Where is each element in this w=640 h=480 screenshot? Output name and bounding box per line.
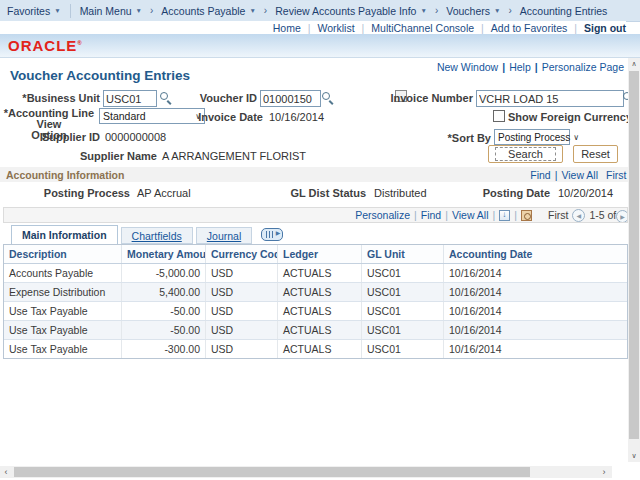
divider: | (493, 209, 496, 221)
scroll-up-icon[interactable]: ∧ (628, 58, 640, 70)
tab-chartfields[interactable]: Chartfields (121, 227, 193, 244)
invoice-date-label: Invoice Date (163, 111, 263, 123)
breadcrumb-separator: › (150, 5, 153, 16)
breadcrumb-favorites[interactable]: Favorites ▼ (0, 5, 68, 17)
table-cell: USC01 (362, 283, 444, 301)
column-header-gl-unit: GL Unit (362, 245, 444, 263)
multichannel-console-link[interactable]: MultiChannel Console (371, 22, 474, 34)
supplier-id-label: Supplier ID (0, 131, 100, 143)
table-row: Expense Distribution 5,400.00 USD ACTUAL… (4, 283, 627, 302)
home-link[interactable]: Home (273, 22, 301, 34)
supplier-name-value: A ARRANGEMENT FLORIST (162, 150, 306, 162)
divider: | (502, 61, 505, 73)
gl-dist-status-value: Distributed (374, 187, 427, 199)
table-cell: USD (206, 283, 278, 301)
vertical-scrollbar[interactable]: ∧ ∨ (628, 58, 640, 462)
chevron-down-icon: ▼ (420, 7, 426, 14)
sort-by-select[interactable]: Posting Process ∨ (494, 129, 570, 145)
business-unit-label: *Business Unit (0, 92, 100, 104)
scroll-left-icon[interactable]: ‹ (0, 466, 12, 478)
breadcrumb-separator: › (508, 5, 511, 16)
table-cell: Expense Distribution (4, 283, 122, 301)
show-all-columns-icon[interactable] (261, 228, 283, 241)
scroll-down-icon[interactable]: ∨ (628, 450, 640, 462)
divider: | (574, 22, 577, 34)
table-cell: Use Tax Payable (4, 340, 122, 358)
column-header-currency-code: Currency Code (206, 245, 278, 263)
table-cell: USD (206, 302, 278, 320)
column-header-ledger: Ledger (278, 245, 362, 263)
breadcrumb-accounting-entries[interactable]: Accounting Entries (513, 5, 615, 17)
table-row: Accounts Payable -5,000.00 USD ACTUALS U… (4, 264, 627, 283)
view-all-link[interactable]: View All (561, 169, 598, 181)
first-link[interactable]: First (606, 169, 626, 181)
search-button[interactable]: Search (488, 145, 563, 163)
divider: | (308, 22, 311, 34)
table-cell: USC01 (362, 302, 444, 320)
breadcrumb-main-menu[interactable]: Main Menu ▼ (73, 5, 149, 17)
tab-main-information[interactable]: Main Information (11, 225, 118, 244)
grid-view-all-link[interactable]: View All (452, 209, 489, 221)
add-to-favorites-link[interactable]: Add to Favorites (491, 22, 567, 34)
page-title: Voucher Accounting Entries (10, 68, 190, 83)
voucher-id-label: Voucher ID (157, 92, 257, 104)
breadcrumb-accounts-payable[interactable]: Accounts Payable ▼ (154, 5, 263, 17)
voucher-id-lookup-icon[interactable] (322, 92, 334, 104)
table-cell: USD (206, 321, 278, 339)
scroll-right-icon[interactable]: › (598, 466, 610, 478)
divider: | (445, 209, 448, 221)
table-row: Use Tax Payable -300.00 USD ACTUALS USC0… (4, 340, 627, 358)
section-title: Accounting Information (6, 169, 124, 181)
table-cell: 5,400.00 (122, 283, 206, 301)
vertical-scrollbar-thumb[interactable] (629, 71, 639, 439)
tab-journal[interactable]: Journal (196, 227, 252, 244)
divider: | (362, 22, 365, 34)
new-window-link[interactable]: New Window (437, 61, 498, 73)
show-foreign-currency-checkbox[interactable] (493, 110, 505, 122)
table-cell: 10/16/2014 (444, 283, 627, 301)
table-cell: Use Tax Payable (4, 302, 122, 320)
table-row: Use Tax Payable -50.00 USD ACTUALS USC01… (4, 302, 627, 321)
reset-button[interactable]: Reset (573, 145, 618, 163)
table-row: Use Tax Payable -50.00 USD ACTUALS USC01… (4, 321, 627, 340)
invoice-date-value: 10/16/2014 (269, 111, 324, 123)
breadcrumb-label: Favorites (7, 5, 50, 17)
next-page-icon[interactable]: ▶ (616, 210, 628, 223)
column-header-accounting-date: Accounting Date (444, 245, 627, 263)
worklist-link[interactable]: Worklist (317, 22, 354, 34)
breadcrumb-review-ap-info[interactable]: Review Accounts Payable Info ▼ (268, 5, 434, 17)
supplier-id-value: 0000000008 (105, 131, 166, 143)
help-link[interactable]: Help (509, 61, 531, 73)
sort-by-label: *Sort By (421, 132, 491, 144)
previous-page-icon[interactable]: ◀ (572, 209, 585, 222)
invoice-number-label: Invoice Number (373, 92, 473, 104)
sign-out-link[interactable]: Sign out (584, 22, 626, 34)
personalize-page-link[interactable]: Personalize Page (542, 61, 624, 73)
grid-control-bar: Personalize | Find | View All | | First … (3, 207, 628, 223)
horizontal-scrollbar[interactable]: ‹ › (0, 466, 612, 478)
table-cell: -50.00 (122, 321, 206, 339)
table-cell: 10/16/2014 (444, 264, 627, 282)
personalize-link[interactable]: Personalize (355, 209, 410, 221)
table-cell: Use Tax Payable (4, 321, 122, 339)
table-header-row: Description Monetary Amount Currency Cod… (4, 245, 627, 264)
posting-date-value: 10/20/2014 (558, 187, 613, 199)
table-cell: USD (206, 264, 278, 282)
find-link[interactable]: Find (530, 169, 550, 181)
posting-process-label: Posting Process (0, 187, 130, 199)
pagination: First ◀ 1-5 of 5 (548, 209, 625, 222)
business-unit-input[interactable] (103, 90, 157, 107)
breadcrumb-label: Main Menu (80, 5, 132, 17)
invoice-number-input[interactable] (476, 90, 624, 107)
pagination-first-label: First (548, 209, 568, 221)
grid-find-link[interactable]: Find (421, 209, 441, 221)
zoom-grid-icon[interactable] (521, 210, 532, 221)
download-icon[interactable] (499, 210, 510, 221)
horizontal-scrollbar-thumb[interactable] (14, 467, 530, 477)
chevron-down-icon: ▼ (494, 7, 500, 14)
table-cell: USD (206, 340, 278, 358)
table-cell: USC01 (362, 264, 444, 282)
breadcrumb-vouchers[interactable]: Vouchers ▼ (439, 5, 507, 17)
table-cell: Accounts Payable (4, 264, 122, 282)
voucher-id-input[interactable] (260, 90, 321, 107)
